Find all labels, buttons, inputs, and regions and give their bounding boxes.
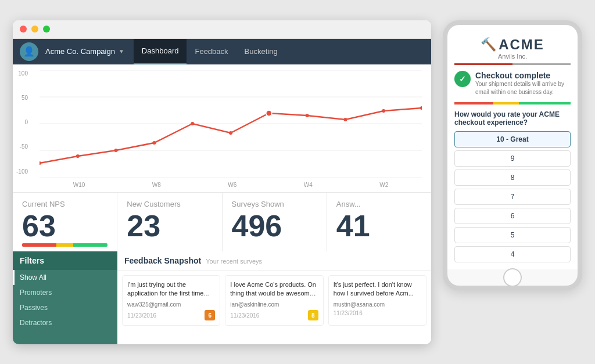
rating-option-9[interactable]: 9 [454,150,571,167]
feedback-card-1-date: 11/23/2016 [127,312,156,319]
phone-divider [454,63,571,65]
svg-point-9 [191,122,194,125]
rating-bar-green [519,102,571,104]
feedback-card-2-footer: 11/23/2016 8 [230,310,318,320]
feedback-card-3: It's just perfect. I don't know how I su… [328,275,426,326]
stat-new-customers: New Customers 23 [117,193,222,251]
sidebar-item-detractors[interactable]: Detractors [13,315,117,330]
app-navbar: 👤 Acme Co. Campaign ▼ Dashboard Feedback… [13,39,431,64]
nav-logo: 👤 [20,42,38,61]
checkout-title: Checkout complete [475,71,571,80]
x-label-w2: W2 [379,182,388,188]
chart-x-axis: W10 W8 W6 W4 W2 [40,182,422,188]
phone-logo-section: 🔨 ACME Anvils Inc. [454,32,571,62]
x-label-w6: W6 [228,182,236,188]
feedback-card-1-footer: 11/23/2016 6 [127,310,215,320]
feedback-cards-container: I'm just trying out the application for … [117,271,431,331]
user-icon: 👤 [23,46,35,57]
y-label-neg50: -50 [13,143,30,150]
stat-surveys-value: 496 [232,211,317,241]
stat-nps-bar [22,243,107,247]
stat-answers-label: Answ... [336,200,422,208]
stat-answers-value: 41 [336,211,422,241]
phone-logo-text: ACME [499,37,544,53]
mac-titlebar [13,20,431,39]
rating-color-bar [454,102,571,104]
checkout-text: Checkout complete Your shipment details … [475,71,571,96]
minimize-button[interactable] [31,26,38,33]
sidebar-item-passives[interactable]: Passives [13,300,117,315]
stat-surveys-label: Surveys Shown [232,200,317,208]
rating-option-5[interactable]: 5 [454,227,571,243]
stat-customers-label: New Customers [127,200,212,208]
chart-svg-container [40,70,422,181]
nav-feedback[interactable]: Feedback [187,39,236,64]
feedback-card-2-date: 11/23/2016 [230,312,259,319]
svg-point-13 [343,118,347,121]
maximize-button[interactable] [43,26,50,33]
sidebar-item-promoters[interactable]: Promoters [13,285,117,300]
stat-nps-label: Current NPS [22,200,107,208]
feedback-title: Feedback Snapshot [124,256,201,265]
feedback-card-1-text: I'm just trying out the application for … [127,280,215,298]
checkout-check-icon: ✓ [454,71,471,87]
svg-point-6 [76,154,80,158]
rating-option-8[interactable]: 8 [454,170,571,186]
y-label-100: 100 [13,70,30,77]
checkout-subtitle: Your shipment details will arrive by ema… [475,80,571,96]
svg-point-11 [266,110,272,116]
feedback-card-1-badge: 6 [205,310,215,320]
feedback-header: Feedback Snapshot Your recent surveys [117,251,431,271]
close-button[interactable] [20,26,27,33]
phone-logo-sub: Anvils Inc. [454,53,571,60]
nav-dashboard[interactable]: Dashboard [134,39,187,64]
feedback-card-2-text: I love Acme Co's products. On thing that… [230,280,318,298]
x-label-w4: W4 [304,182,313,188]
phone-home-button[interactable] [503,268,522,287]
stat-current-nps: Current NPS 63 [13,193,117,251]
acme-hammer-icon: 🔨 [481,37,496,52]
phone-content: 🔨 ACME Anvils Inc. ✓ Checkout complete Y… [447,25,578,269]
filters-header: Filters [13,251,117,270]
feedback-subtitle: Your recent surveys [206,258,262,265]
feedback-card-3-email: mustin@asana.com [334,301,421,308]
svg-point-14 [382,109,385,113]
stats-row: Current NPS 63 New Customers 23 Surveys … [13,192,431,251]
rating-bar-red [454,102,493,104]
stat-answers: Answ... 41 [327,193,431,251]
rating-bar-yellow [493,102,519,104]
feedback-card-1-email: waw325@gmail.com [127,301,215,308]
nps-chart: 100 50 0 -50 -100 [13,64,431,192]
y-label-neg100: -100 [13,168,30,175]
stat-surveys-shown: Surveys Shown 496 [223,193,327,251]
stat-customers-value: 23 [127,211,212,241]
svg-point-5 [40,161,41,165]
rating-option-7[interactable]: 7 [454,189,571,205]
feedback-card-2-badge: 8 [308,310,318,320]
rating-option-10[interactable]: 10 - Great [454,131,571,147]
feedback-card-3-footer: 11/23/2016 [334,310,421,316]
feedback-card-1: I'm just trying out the application for … [122,275,220,326]
nav-bucketing[interactable]: Bucketing [236,39,286,64]
feedback-card-2: I love Acme Co's products. On thing that… [225,275,323,326]
chart-y-axis: 100 50 0 -50 -100 [13,70,30,175]
feedback-snapshot: Feedback Snapshot Your recent surveys I'… [117,251,431,344]
rating-option-6[interactable]: 6 [454,208,571,224]
rating-option-4[interactable]: 4 [454,246,571,262]
bottom-section: Filters Show All Promoters Passives Detr… [13,251,431,344]
svg-point-7 [114,149,118,152]
nav-brand-label: Acme Co. Campaign [45,47,115,56]
rating-options-list: 10 - Great 9 8 7 6 5 4 [454,131,571,262]
sidebar-item-show-all[interactable]: Show All [13,270,117,285]
svg-point-12 [306,114,309,117]
svg-point-8 [152,141,156,145]
y-label-50: 50 [13,95,30,101]
nav-brand-arrow: ▼ [119,48,124,55]
svg-point-15 [420,106,422,110]
stat-nps-value: 63 [22,211,107,241]
phone-logo: 🔨 ACME [454,37,571,53]
rating-question: How would you rate your ACME checkout ex… [454,110,571,127]
svg-point-10 [229,131,232,135]
y-label-0: 0 [13,119,30,125]
x-label-w8: W8 [152,182,161,188]
